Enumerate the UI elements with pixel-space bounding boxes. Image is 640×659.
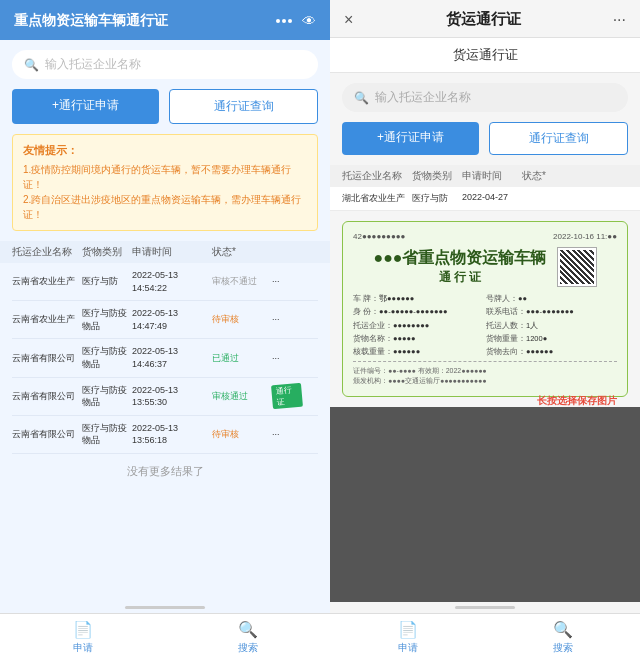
cell-action[interactable]: ··· — [272, 275, 302, 288]
right-nav-label-search: 搜索 — [553, 641, 573, 655]
notice-text-1: 1.疫情防控期间境内通行的货运车辆，暂不需要办理车辆通行证！ — [23, 162, 307, 192]
col-company: 托运企业名称 — [12, 245, 82, 259]
cert-field-0: 车 牌：鄂●●●●●● — [353, 293, 484, 304]
right-cell-company: 湖北省农业生产 — [342, 192, 412, 205]
left-search-placeholder: 输入托运企业名称 — [45, 56, 141, 73]
nav-label-search: 搜索 — [238, 641, 258, 655]
cell-company: 云南省农业生产 — [12, 275, 82, 288]
cell-company: 云南省有限公司 — [12, 352, 82, 365]
cell-action[interactable]: 通行证 — [272, 384, 302, 408]
left-apply-button[interactable]: +通行证申请 — [12, 89, 159, 124]
col-status: 状态* — [212, 245, 272, 259]
table-row[interactable]: 云南省农业生产 医疗与防疫物品 2022-05-13 14:47:49 待审核 … — [12, 301, 318, 339]
right-table-header: 托运企业名称 货物类别 申请时间 状态* — [330, 165, 640, 187]
nav-item-apply[interactable]: 📄 申请 — [0, 614, 165, 659]
cell-company: 云南省有限公司 — [12, 390, 82, 403]
cert-field-6: 货物名称：●●●●● — [353, 333, 484, 344]
right-header: × 货运通行证 ··· — [330, 0, 640, 38]
right-title: 货运通行证 — [353, 10, 612, 29]
cell-goods: 医疗与防疫物品 — [82, 384, 132, 409]
cert-title-line2: 通 行 证 — [374, 269, 547, 286]
cell-status: 审核不通过 — [212, 275, 272, 288]
right-action-buttons: +通行证申请 通行证查询 — [330, 122, 640, 165]
cert-title-line1: ●●●省重点物资运输车辆 — [374, 248, 547, 269]
cell-action[interactable]: ··· — [272, 428, 302, 441]
cert-field-2: 身 份：●●-●●●●●-●●●●●●● — [353, 306, 484, 317]
right-sub-title: 货运通行证 — [344, 46, 626, 64]
right-nav-item-search[interactable]: 🔍 搜索 — [485, 614, 640, 659]
more-button[interactable]: ··· — [613, 11, 626, 29]
notice-box: 友情提示： 1.疫情防控期间境内通行的货运车辆，暂不需要办理车辆通行证！ 2.跨… — [12, 134, 318, 231]
right-nav-bar — [455, 606, 515, 609]
right-nav-label-apply: 申请 — [398, 641, 418, 655]
cell-action[interactable]: ··· — [272, 352, 302, 365]
col-time: 申请时间 — [132, 245, 212, 259]
close-button[interactable]: × — [344, 11, 353, 29]
cell-status: 已通过 — [212, 352, 272, 365]
col-goods: 货物类别 — [82, 245, 132, 259]
right-nav-item-apply[interactable]: 📄 申请 — [330, 614, 485, 659]
eye-icon[interactable]: 👁 — [302, 13, 316, 29]
cell-time: 2022-05-13 13:55:30 — [132, 384, 212, 409]
table-row[interactable]: 云南省有限公司 医疗与防疫物品 2022-05-13 13:56:18 待审核 … — [12, 416, 318, 454]
table-row[interactable]: 云南省有限公司 医疗与防疫物品 2022-05-13 14:46:37 已通过 … — [12, 339, 318, 377]
right-panel: × 货运通行证 ··· 货运通行证 🔍 输入托运企业名称 +通行证申请 通行证查… — [330, 0, 640, 659]
left-table-body: 云南省农业生产 医疗与防 2022-05-13 14:54:22 审核不通过 ·… — [0, 263, 330, 602]
apply-icon: 📄 — [73, 620, 93, 639]
table-row[interactable]: 云南省有限公司 医疗与防疫物品 2022-05-13 13:55:30 审核通过… — [12, 378, 318, 416]
right-table-row[interactable]: 湖北省农业生产 医疗与防 2022-04-27 — [330, 187, 640, 211]
cell-company: 云南省有限公司 — [12, 428, 82, 441]
nav-bar-indicator — [125, 606, 205, 609]
left-table-header: 托运企业名称 货物类别 申请时间 状态* — [0, 241, 330, 263]
cell-status: 审核通过 — [212, 390, 272, 403]
pass-badge: 通行证 — [271, 383, 303, 410]
right-col-goods: 货物类别 — [412, 169, 462, 183]
cert-field-5: 托运人数：1人 — [486, 320, 617, 331]
right-apply-icon: 📄 — [398, 620, 418, 639]
right-cell-status — [522, 192, 562, 205]
left-header: 重点物资运输车辆通行证 👁 — [0, 0, 330, 40]
certificate-card: 42●●●●●●●●● 2022-10-16 11:●● ●●●省重点物资运输车… — [342, 221, 628, 397]
right-search-bar[interactable]: 🔍 输入托运企业名称 — [342, 83, 628, 112]
cert-field-1: 号牌人：●● — [486, 293, 617, 304]
right-search-icon: 🔍 — [354, 91, 369, 105]
left-header-icons: 👁 — [276, 13, 316, 29]
left-action-buttons: +通行证申请 通行证查询 — [0, 89, 330, 134]
notice-title: 友情提示： — [23, 143, 307, 158]
cell-status: 待审核 — [212, 428, 272, 441]
cert-header-row: 42●●●●●●●●● 2022-10-16 11:●● — [353, 232, 617, 241]
right-col-time: 申请时间 — [462, 169, 522, 183]
cert-footer-line1: 证件编号：●●-●●●● 有效期：2022●●●●●● — [353, 366, 617, 376]
cell-action[interactable]: ··· — [272, 313, 302, 326]
col-action — [272, 245, 302, 259]
cell-time: 2022-05-13 14:47:49 — [132, 307, 212, 332]
cell-goods: 医疗与防疫物品 — [82, 345, 132, 370]
cert-footer-line2: 颁发机构：●●●●交通运输厅●●●●●●●●●●● — [353, 376, 617, 386]
right-col-company: 托运企业名称 — [342, 169, 412, 183]
cell-time: 2022-05-13 14:46:37 — [132, 345, 212, 370]
cert-field-3: 联系电话：●●●-●●●●●●● — [486, 306, 617, 317]
cell-goods: 医疗与防疫物品 — [82, 422, 132, 447]
right-cell-goods: 医疗与防 — [412, 192, 462, 205]
table-row[interactable]: 云南省农业生产 医疗与防 2022-05-13 14:54:22 审核不通过 ·… — [12, 263, 318, 301]
right-col-status: 状态* — [522, 169, 562, 183]
left-query-button[interactable]: 通行证查询 — [169, 89, 318, 124]
cert-date: 2022-10-16 11:●● — [553, 232, 617, 241]
right-search-nav-icon: 🔍 — [553, 620, 573, 639]
cell-time: 2022-05-13 13:56:18 — [132, 422, 212, 447]
cert-field-7: 货物重量：1200● — [486, 333, 617, 344]
nav-label-apply: 申请 — [73, 641, 93, 655]
left-title: 重点物资运输车辆通行证 — [14, 12, 168, 30]
cert-field-4: 托运企业：●●●●●●●● — [353, 320, 484, 331]
right-search-placeholder: 输入托运企业名称 — [375, 89, 471, 106]
cert-footer: 证件编号：●●-●●●● 有效期：2022●●●●●● 颁发机构：●●●●交通运… — [353, 361, 617, 386]
nav-item-search[interactable]: 🔍 搜索 — [165, 614, 330, 659]
left-search-bar[interactable]: 🔍 输入托运企业名称 — [12, 50, 318, 79]
cert-field-9: 货物去向：●●●●●● — [486, 346, 617, 357]
qr-code — [557, 247, 597, 287]
right-cell-time: 2022-04-27 — [462, 192, 522, 205]
right-apply-button[interactable]: +通行证申请 — [342, 122, 479, 155]
left-panel: 重点物资运输车辆通行证 👁 🔍 输入托运企业名称 +通行证申请 通行证查询 友情… — [0, 0, 330, 659]
dark-preview-area — [330, 407, 640, 602]
right-query-button[interactable]: 通行证查询 — [489, 122, 628, 155]
